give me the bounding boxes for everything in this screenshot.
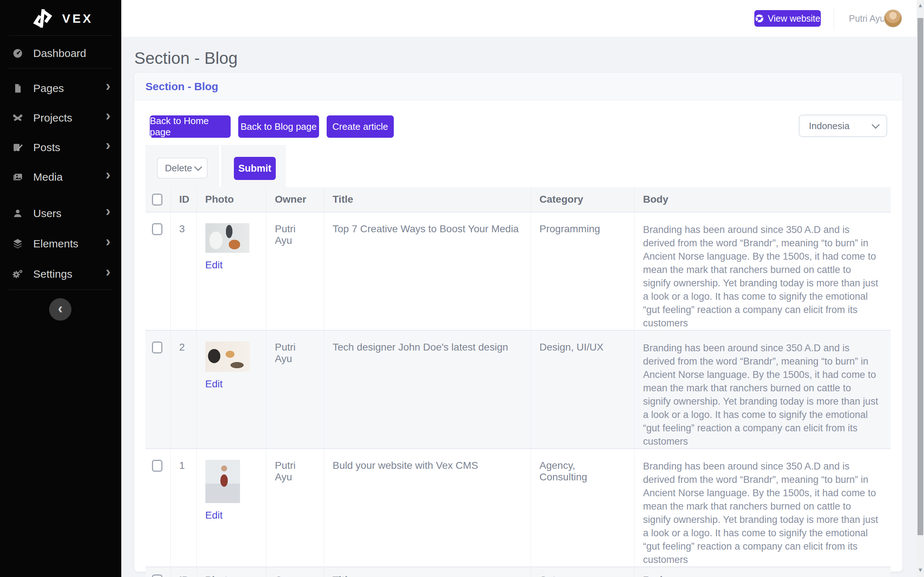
sidebar-item-projects[interactable]: Projects › bbox=[0, 107, 121, 129]
sidebar-item-dashboard[interactable]: Dashboard bbox=[0, 43, 121, 64]
edit-link[interactable]: Edit bbox=[205, 509, 223, 521]
footer-header-category: Category bbox=[531, 567, 634, 577]
edit-link[interactable]: Edit bbox=[205, 259, 223, 271]
column-header-body: Body bbox=[634, 187, 891, 212]
back-to-blog-button[interactable]: Back to Blog page bbox=[238, 115, 319, 138]
chevron-right-icon: › bbox=[106, 81, 110, 91]
brand-logo[interactable]: VEX bbox=[0, 6, 121, 31]
sidebar-item-settings[interactable]: Settings › bbox=[0, 263, 121, 285]
vex-logo-icon bbox=[32, 8, 53, 29]
edit-link[interactable]: Edit bbox=[205, 378, 223, 390]
avatar[interactable] bbox=[884, 10, 901, 27]
chevron-down-icon bbox=[194, 163, 202, 171]
file-icon bbox=[11, 82, 24, 95]
sidebar-item-label: Users bbox=[33, 207, 61, 220]
scroll-down-arrow-icon[interactable]: ▼ bbox=[917, 567, 924, 574]
submit-button[interactable]: Submit bbox=[234, 157, 276, 180]
sidebar-item-media[interactable]: Media › bbox=[0, 166, 121, 188]
chevron-right-icon: › bbox=[106, 206, 110, 216]
brand-name: VEX bbox=[62, 11, 93, 26]
sidebar-divider bbox=[9, 35, 112, 36]
sidebar: VEX Dashboard Pages › Projects › bbox=[0, 0, 121, 577]
chevron-down-icon bbox=[872, 121, 880, 129]
content-card: Section - Blog Back to Home page Back to… bbox=[134, 73, 902, 572]
row-checkbox[interactable] bbox=[152, 460, 162, 472]
page-title: Section - Blog bbox=[134, 48, 237, 68]
sidebar-collapse-button[interactable]: ‹ bbox=[49, 298, 71, 321]
user-name[interactable]: Putri Ayu bbox=[849, 13, 885, 24]
column-header-title: Title bbox=[324, 187, 531, 212]
table-row: 1 Edit Putri Ayu Buld your website with … bbox=[145, 449, 891, 567]
photo-thumbnail bbox=[205, 223, 249, 253]
table-row: 3 Edit Putri Ayu Top 7 Creative Ways to … bbox=[145, 212, 891, 330]
gears-icon bbox=[11, 268, 24, 280]
sidebar-item-label: Settings bbox=[33, 268, 72, 280]
row-checkbox[interactable] bbox=[152, 223, 162, 235]
sidebar-item-users[interactable]: Users › bbox=[0, 203, 121, 224]
column-header-id: ID bbox=[170, 187, 196, 212]
gauge-icon bbox=[11, 47, 24, 60]
chevron-right-icon: › bbox=[106, 140, 110, 150]
bulk-action-selected-value: Delete bbox=[165, 163, 192, 174]
sidebar-item-posts[interactable]: Posts › bbox=[0, 137, 121, 158]
cell-body: Branding has been around since 350 A.D a… bbox=[634, 212, 891, 330]
app-root: VEX Dashboard Pages › Projects › bbox=[0, 0, 924, 577]
photo-thumbnail bbox=[205, 342, 249, 372]
card-title: Section - Blog bbox=[145, 81, 218, 93]
cell-id: 3 bbox=[170, 212, 196, 330]
footer-header-id: ID bbox=[170, 567, 196, 577]
chevron-left-icon: ‹ bbox=[58, 300, 63, 317]
sidebar-item-elements[interactable]: Elements › bbox=[0, 233, 121, 255]
cell-id: 1 bbox=[170, 449, 196, 567]
footer-checkbox[interactable] bbox=[152, 574, 162, 577]
footer-header-owner: Owner bbox=[266, 567, 324, 577]
sidebar-item-pages[interactable]: Pages › bbox=[0, 77, 121, 99]
cell-category: Agency, Consulting bbox=[531, 449, 634, 567]
back-to-home-button[interactable]: Back to Home page bbox=[150, 115, 231, 138]
articles-table: ID Photo Owner Title Category Body 3 Edi… bbox=[145, 187, 891, 577]
cell-owner: Putri Ayu bbox=[266, 330, 324, 449]
cell-owner: Putri Ayu bbox=[266, 212, 324, 330]
sidebar-divider bbox=[9, 290, 112, 290]
chevron-right-icon: › bbox=[106, 236, 110, 247]
card-header: Section - Blog bbox=[134, 73, 902, 100]
footer-header-title: Title bbox=[324, 567, 531, 577]
sidebar-item-label: Projects bbox=[33, 112, 72, 124]
scroll-up-arrow-icon[interactable]: ▲ bbox=[917, 2, 924, 9]
sidebar-item-label: Posts bbox=[33, 141, 60, 154]
cell-owner: Putri Ayu bbox=[266, 449, 324, 567]
language-select[interactable]: Indonesia bbox=[799, 115, 887, 137]
sidebar-item-label: Media bbox=[33, 171, 63, 183]
tools-icon bbox=[11, 112, 24, 124]
header-divider bbox=[834, 7, 834, 29]
sidebar-item-label: Pages bbox=[33, 82, 64, 95]
view-website-label: View website bbox=[768, 13, 820, 24]
cell-title: Buld your website with Vex CMS bbox=[324, 449, 531, 567]
user-icon bbox=[11, 207, 24, 220]
column-header-category: Category bbox=[531, 187, 634, 212]
cell-id: 2 bbox=[170, 330, 196, 449]
cell-body: Branding has been around since 350 A.D a… bbox=[634, 449, 891, 567]
chevron-right-icon: › bbox=[106, 169, 110, 180]
row-checkbox[interactable] bbox=[152, 342, 162, 353]
scrollbar-thumb[interactable] bbox=[918, 18, 923, 535]
cell-body: Branding has been around since 350 A.D a… bbox=[634, 330, 891, 449]
pen-document-icon bbox=[11, 141, 24, 154]
column-header-owner: Owner bbox=[266, 187, 324, 212]
select-all-checkbox[interactable] bbox=[152, 193, 162, 206]
layers-icon bbox=[11, 238, 24, 250]
column-header-photo: Photo bbox=[196, 187, 266, 212]
create-article-button[interactable]: Create article bbox=[327, 115, 394, 138]
table-row: 2 Edit Putri Ayu Tech designer John Doe'… bbox=[145, 330, 891, 449]
view-website-button[interactable]: View website bbox=[754, 10, 821, 27]
table-header-row: ID Photo Owner Title Category Body bbox=[145, 187, 891, 212]
cell-category: Design, UI/UX bbox=[531, 330, 634, 449]
sidebar-item-label: Elements bbox=[33, 238, 78, 250]
language-selected-value: Indonesia bbox=[809, 121, 850, 132]
bulk-action-select[interactable]: Delete bbox=[157, 158, 208, 179]
globe-icon bbox=[755, 14, 764, 23]
footer-header-body: Body bbox=[634, 567, 891, 577]
cell-category: Programming bbox=[531, 212, 634, 330]
chevron-right-icon: › bbox=[106, 266, 110, 277]
cell-title: Tech designer John Doe's latest design bbox=[324, 330, 531, 449]
